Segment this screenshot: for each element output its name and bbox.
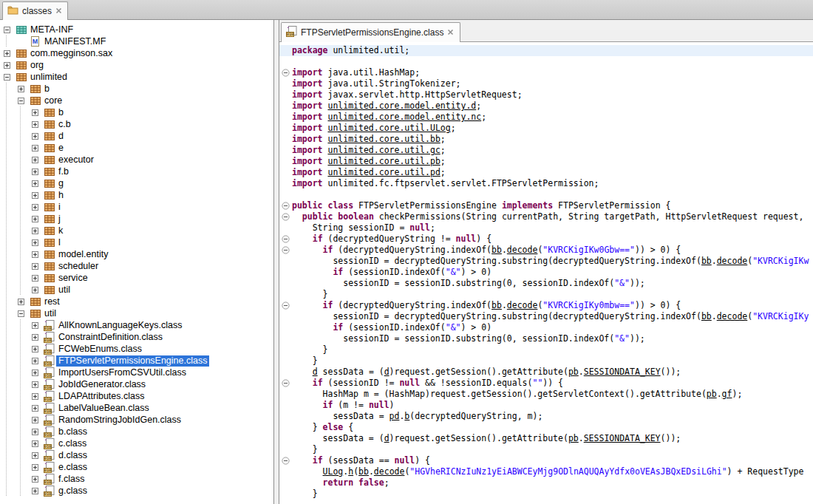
tree-item[interactable]: l	[0, 236, 273, 248]
tree-item[interactable]: 010 FTPServletPermissionsEngine.class	[0, 355, 273, 367]
expand-icon[interactable]	[32, 440, 38, 447]
expand-icon[interactable]	[32, 429, 38, 435]
code-link[interactable]: bb	[701, 256, 712, 266]
expand-icon[interactable]	[18, 86, 24, 92]
expand-icon[interactable]	[32, 452, 38, 459]
tree-item[interactable]: 010 FCWebEnums.class	[0, 343, 273, 355]
expand-icon[interactable]	[32, 464, 38, 471]
expand-icon[interactable]	[32, 417, 38, 423]
expand-icon[interactable]	[32, 133, 38, 140]
tree-item[interactable]: 010 LDAPAttributes.class	[0, 390, 273, 402]
close-icon[interactable]	[55, 6, 62, 16]
tree-item[interactable]: util	[0, 284, 273, 296]
expand-icon[interactable]	[32, 109, 38, 116]
tree-item[interactable]: util	[0, 307, 273, 319]
code-link[interactable]: unlimited.core.model.entity.nc	[327, 112, 481, 122]
code-editor[interactable]: package unlimited.util; import java.util…	[279, 42, 813, 504]
tree-item[interactable]: 010 RandomStringJobIdGen.class	[0, 414, 273, 426]
code-link[interactable]: d	[384, 367, 390, 377]
tree-item[interactable]: k	[0, 225, 273, 236]
code-link[interactable]: pb	[707, 389, 717, 399]
code-link[interactable]: unlimited.core.model.entity.d	[327, 101, 476, 111]
expand-icon[interactable]	[32, 334, 38, 341]
expand-icon[interactable]	[32, 476, 38, 483]
tree-item[interactable]: executor	[0, 154, 273, 166]
tree-item[interactable]: 010 ImportUsersFromCSVUtil.class	[0, 367, 273, 378]
code-link[interactable]: bb	[491, 300, 502, 310]
expand-icon[interactable]	[4, 50, 10, 57]
expand-icon[interactable]	[32, 275, 38, 282]
code-link[interactable]: unlimited.core.util.pd	[327, 167, 440, 177]
code-link[interactable]: unlimited.core.util.ULog	[327, 123, 450, 133]
code-link[interactable]: ULog	[323, 466, 344, 477]
code-link[interactable]: bb	[701, 311, 712, 321]
fold-collapse-icon[interactable]	[282, 302, 290, 310]
tree-item[interactable]: d	[0, 130, 273, 142]
expand-icon[interactable]	[4, 62, 10, 69]
expand-icon[interactable]	[32, 263, 38, 270]
fold-collapse-icon[interactable]	[282, 246, 290, 254]
tab-class-file[interactable]: 010 FTPServletPermissionsEngine.class	[281, 22, 460, 42]
code-link[interactable]: pb	[568, 433, 579, 443]
expand-icon[interactable]	[32, 393, 38, 400]
tree-item[interactable]: META-INF	[0, 24, 273, 35]
tree-item[interactable]: c.b	[0, 118, 273, 130]
tree-item[interactable]: 010 c.class	[0, 437, 273, 449]
close-icon[interactable]	[447, 27, 454, 38]
collapse-icon[interactable]	[18, 98, 24, 104]
code-link[interactable]: unlimited.core.util.gc	[327, 145, 440, 155]
expand-icon[interactable]	[32, 157, 38, 163]
expand-icon[interactable]	[32, 180, 38, 187]
code-link[interactable]: decode	[507, 300, 538, 310]
tree-item[interactable]: 010 b.class	[0, 426, 273, 437]
tree-item[interactable]: 010 LabelValueBean.class	[0, 402, 273, 414]
tree-item[interactable]: f.b	[0, 166, 273, 177]
tree-item[interactable]: service	[0, 272, 273, 284]
expand-icon[interactable]	[32, 216, 38, 222]
tree-item[interactable]: 010 d.class	[0, 449, 273, 461]
code-link[interactable]: bb	[358, 466, 369, 477]
expand-icon[interactable]	[32, 322, 38, 329]
expand-icon[interactable]	[32, 358, 38, 364]
code-link[interactable]: decode	[507, 245, 538, 255]
tree-item[interactable]: rest	[0, 296, 273, 307]
tree-item[interactable]: b	[0, 83, 273, 95]
package-tree-panel[interactable]: META-INF M MANIFEST.MF com.megginson.sax…	[0, 20, 274, 504]
expand-icon[interactable]	[32, 405, 38, 412]
tree-item[interactable]: model.entity	[0, 248, 273, 260]
fold-collapse-icon[interactable]	[282, 213, 290, 221]
tree-item[interactable]: 010 g.class	[0, 485, 273, 497]
expand-icon[interactable]	[32, 228, 38, 234]
tree-item[interactable]: org	[0, 59, 273, 71]
fold-collapse-icon[interactable]	[282, 69, 290, 77]
code-link[interactable]: bb	[491, 245, 502, 255]
collapse-icon[interactable]	[4, 27, 10, 33]
expand-icon[interactable]	[32, 145, 38, 151]
expand-icon[interactable]	[32, 168, 38, 175]
code-link[interactable]: unlimited.core.util.bb	[327, 134, 440, 144]
expand-icon[interactable]	[32, 204, 38, 211]
tree-item[interactable]: 010 f.class	[0, 473, 273, 485]
expand-icon[interactable]	[32, 239, 38, 246]
expand-icon[interactable]	[32, 192, 38, 199]
tree-item[interactable]: 010 AllKnownLanguageKeys.class	[0, 319, 273, 331]
code-link[interactable]: d	[313, 367, 318, 377]
expand-icon[interactable]	[32, 381, 38, 388]
expand-icon[interactable]	[32, 488, 38, 494]
fold-collapse-icon[interactable]	[282, 235, 290, 243]
fold-collapse-icon[interactable]	[282, 379, 290, 387]
code-link[interactable]: unlimited.core.util.pb	[327, 156, 440, 166]
collapse-icon[interactable]	[4, 74, 10, 81]
fold-collapse-icon[interactable]	[282, 202, 290, 210]
code-link[interactable]: SESSIONDATA_KEY	[584, 433, 661, 443]
code-link[interactable]: d	[384, 433, 390, 443]
tree-item[interactable]: unlimited	[0, 71, 273, 83]
collapse-icon[interactable]	[18, 310, 24, 317]
code-link[interactable]: decode	[717, 256, 748, 266]
expand-icon[interactable]	[32, 287, 38, 293]
tree-item[interactable]: j	[0, 213, 273, 225]
tab-classes[interactable]: classes	[2, 1, 68, 20]
fold-collapse-icon[interactable]	[282, 457, 290, 465]
tree-item[interactable]: 010 ConstraintDefinition.class	[0, 331, 273, 343]
tree-item[interactable]: b	[0, 106, 273, 118]
